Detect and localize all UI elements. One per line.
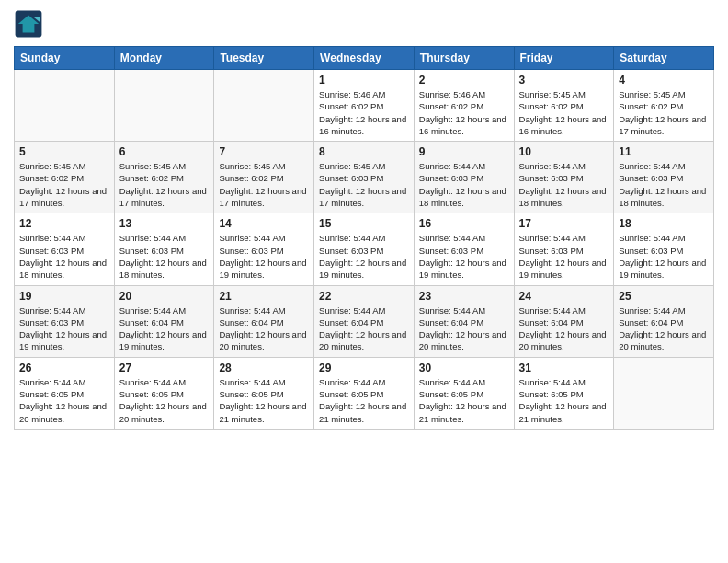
weekday-header-wednesday: Wednesday: [314, 47, 415, 70]
day-info: Sunrise: 5:44 AM Sunset: 6:03 PM Dayligh…: [19, 232, 109, 281]
day-number: 27: [119, 362, 210, 374]
day-info: Sunrise: 5:44 AM Sunset: 6:04 PM Dayligh…: [319, 304, 409, 353]
calendar-cell: 26Sunrise: 5:44 AM Sunset: 6:05 PM Dayli…: [15, 357, 115, 429]
day-number: 7: [219, 145, 309, 158]
day-info: Sunrise: 5:44 AM Sunset: 6:05 PM Dayligh…: [419, 376, 509, 425]
calendar-cell: 29Sunrise: 5:44 AM Sunset: 6:05 PM Dayli…: [314, 357, 415, 429]
weekday-header-thursday: Thursday: [414, 47, 514, 70]
day-info: Sunrise: 5:44 AM Sunset: 6:03 PM Dayligh…: [619, 232, 709, 281]
calendar-cell: 31Sunrise: 5:44 AM Sunset: 6:05 PM Dayli…: [514, 357, 614, 429]
calendar-week-2: 5Sunrise: 5:45 AM Sunset: 6:02 PM Daylig…: [15, 142, 714, 213]
day-info: Sunrise: 5:44 AM Sunset: 6:04 PM Dayligh…: [419, 304, 509, 353]
day-number: 4: [619, 74, 709, 86]
day-number: 17: [519, 217, 609, 230]
calendar-cell: 2Sunrise: 5:46 AM Sunset: 6:02 PM Daylig…: [414, 70, 514, 142]
day-number: 1: [319, 74, 409, 86]
day-number: 11: [619, 145, 709, 158]
day-number: 24: [519, 290, 609, 303]
weekday-header-monday: Monday: [114, 47, 214, 70]
day-info: Sunrise: 5:44 AM Sunset: 6:05 PM Dayligh…: [19, 376, 109, 425]
logo: [14, 9, 47, 39]
calendar-cell: 28Sunrise: 5:44 AM Sunset: 6:05 PM Dayli…: [214, 357, 314, 429]
day-info: Sunrise: 5:44 AM Sunset: 6:03 PM Dayligh…: [419, 160, 509, 209]
day-info: Sunrise: 5:44 AM Sunset: 6:03 PM Dayligh…: [519, 232, 609, 281]
calendar-week-4: 19Sunrise: 5:44 AM Sunset: 6:03 PM Dayli…: [15, 285, 714, 357]
calendar-cell: 22Sunrise: 5:44 AM Sunset: 6:04 PM Dayli…: [314, 285, 415, 357]
calendar-cell: 10Sunrise: 5:44 AM Sunset: 6:03 PM Dayli…: [514, 142, 614, 213]
calendar-week-5: 26Sunrise: 5:44 AM Sunset: 6:05 PM Dayli…: [15, 357, 714, 429]
calendar-cell: 25Sunrise: 5:44 AM Sunset: 6:04 PM Dayli…: [614, 285, 714, 357]
calendar-cell: 11Sunrise: 5:44 AM Sunset: 6:03 PM Dayli…: [614, 142, 714, 213]
day-number: 8: [319, 145, 409, 158]
day-number: 15: [319, 217, 409, 230]
day-number: 9: [419, 145, 509, 158]
day-number: 2: [419, 74, 509, 86]
calendar-cell: 30Sunrise: 5:44 AM Sunset: 6:05 PM Dayli…: [414, 357, 514, 429]
day-info: Sunrise: 5:45 AM Sunset: 6:02 PM Dayligh…: [519, 88, 609, 137]
day-info: Sunrise: 5:44 AM Sunset: 6:03 PM Dayligh…: [419, 232, 509, 281]
logo-icon: [14, 9, 43, 39]
calendar-cell: 19Sunrise: 5:44 AM Sunset: 6:03 PM Dayli…: [15, 285, 115, 357]
weekday-header-friday: Friday: [514, 47, 614, 70]
day-number: 10: [519, 145, 609, 158]
calendar-cell: 18Sunrise: 5:44 AM Sunset: 6:03 PM Dayli…: [614, 213, 714, 285]
calendar-table: SundayMondayTuesdayWednesdayThursdayFrid…: [14, 46, 714, 430]
calendar-cell: 24Sunrise: 5:44 AM Sunset: 6:04 PM Dayli…: [514, 285, 614, 357]
calendar-cell: 23Sunrise: 5:44 AM Sunset: 6:04 PM Dayli…: [414, 285, 514, 357]
day-number: 6: [119, 145, 210, 158]
weekday-header-sunday: Sunday: [15, 47, 115, 70]
day-number: 25: [619, 290, 709, 303]
day-number: 5: [19, 145, 109, 158]
calendar-cell: 15Sunrise: 5:44 AM Sunset: 6:03 PM Dayli…: [314, 213, 415, 285]
day-number: 21: [219, 290, 309, 303]
day-number: 26: [19, 362, 109, 374]
day-number: 31: [519, 362, 609, 374]
header: [14, 9, 714, 39]
day-info: Sunrise: 5:46 AM Sunset: 6:02 PM Dayligh…: [419, 88, 509, 137]
day-info: Sunrise: 5:44 AM Sunset: 6:04 PM Dayligh…: [219, 304, 309, 353]
day-info: Sunrise: 5:45 AM Sunset: 6:02 PM Dayligh…: [119, 160, 210, 209]
calendar-cell: [15, 70, 115, 142]
day-number: 14: [219, 217, 309, 230]
day-number: 18: [619, 217, 709, 230]
day-number: 29: [319, 362, 409, 374]
calendar-cell: 21Sunrise: 5:44 AM Sunset: 6:04 PM Dayli…: [214, 285, 314, 357]
calendar-cell: [214, 70, 314, 142]
calendar-week-1: 1Sunrise: 5:46 AM Sunset: 6:02 PM Daylig…: [15, 70, 714, 142]
day-info: Sunrise: 5:44 AM Sunset: 6:05 PM Dayligh…: [519, 376, 609, 425]
calendar-cell: 6Sunrise: 5:45 AM Sunset: 6:02 PM Daylig…: [114, 142, 214, 213]
calendar-cell: 7Sunrise: 5:45 AM Sunset: 6:02 PM Daylig…: [214, 142, 314, 213]
day-number: 20: [119, 290, 210, 303]
calendar-cell: 1Sunrise: 5:46 AM Sunset: 6:02 PM Daylig…: [314, 70, 415, 142]
page: SundayMondayTuesdayWednesdayThursdayFrid…: [0, 0, 728, 443]
day-info: Sunrise: 5:44 AM Sunset: 6:03 PM Dayligh…: [619, 160, 709, 209]
day-info: Sunrise: 5:44 AM Sunset: 6:03 PM Dayligh…: [519, 160, 609, 209]
calendar-cell: 9Sunrise: 5:44 AM Sunset: 6:03 PM Daylig…: [414, 142, 514, 213]
day-info: Sunrise: 5:44 AM Sunset: 6:04 PM Dayligh…: [619, 304, 709, 353]
day-number: 28: [219, 362, 309, 374]
day-info: Sunrise: 5:45 AM Sunset: 6:03 PM Dayligh…: [319, 160, 409, 209]
calendar-cell: 8Sunrise: 5:45 AM Sunset: 6:03 PM Daylig…: [314, 142, 415, 213]
calendar-cell: 27Sunrise: 5:44 AM Sunset: 6:05 PM Dayli…: [114, 357, 214, 429]
calendar-cell: [614, 357, 714, 429]
calendar-cell: 13Sunrise: 5:44 AM Sunset: 6:03 PM Dayli…: [114, 213, 214, 285]
calendar-cell: 3Sunrise: 5:45 AM Sunset: 6:02 PM Daylig…: [514, 70, 614, 142]
day-number: 19: [19, 290, 109, 303]
day-number: 22: [319, 290, 409, 303]
calendar-cell: 16Sunrise: 5:44 AM Sunset: 6:03 PM Dayli…: [414, 213, 514, 285]
day-info: Sunrise: 5:44 AM Sunset: 6:04 PM Dayligh…: [519, 304, 609, 353]
day-info: Sunrise: 5:44 AM Sunset: 6:05 PM Dayligh…: [319, 376, 409, 425]
calendar-cell: 12Sunrise: 5:44 AM Sunset: 6:03 PM Dayli…: [15, 213, 115, 285]
day-number: 16: [419, 217, 509, 230]
day-info: Sunrise: 5:44 AM Sunset: 6:03 PM Dayligh…: [219, 232, 309, 281]
day-info: Sunrise: 5:44 AM Sunset: 6:03 PM Dayligh…: [119, 232, 210, 281]
weekday-header-saturday: Saturday: [614, 47, 714, 70]
day-info: Sunrise: 5:44 AM Sunset: 6:03 PM Dayligh…: [19, 304, 109, 353]
weekday-header-tuesday: Tuesday: [214, 47, 314, 70]
calendar-header-row: SundayMondayTuesdayWednesdayThursdayFrid…: [15, 47, 714, 70]
calendar-cell: 17Sunrise: 5:44 AM Sunset: 6:03 PM Dayli…: [514, 213, 614, 285]
day-info: Sunrise: 5:44 AM Sunset: 6:05 PM Dayligh…: [219, 376, 309, 425]
day-info: Sunrise: 5:44 AM Sunset: 6:04 PM Dayligh…: [119, 304, 210, 353]
day-info: Sunrise: 5:45 AM Sunset: 6:02 PM Dayligh…: [619, 88, 709, 137]
calendar-cell: 14Sunrise: 5:44 AM Sunset: 6:03 PM Dayli…: [214, 213, 314, 285]
